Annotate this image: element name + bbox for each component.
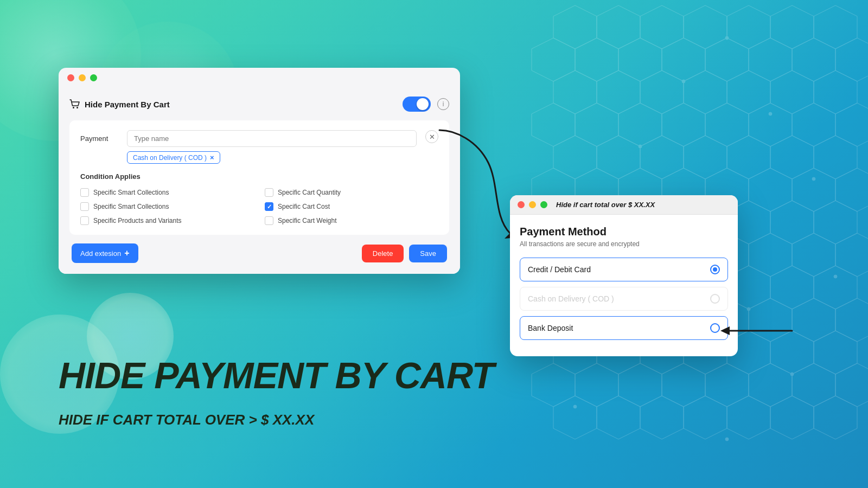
payment-type-input[interactable]: [127, 130, 417, 147]
checkbox-row: Specific Smart Collections: [80, 188, 254, 197]
big-title: HIDE PAYMENT BY CART: [59, 355, 494, 396]
svg-marker-66: [814, 266, 857, 309]
svg-marker-93: [684, 396, 727, 439]
toggle-switch[interactable]: [403, 97, 431, 112]
traffic-light-green[interactable]: [90, 74, 97, 81]
window-title: Hide Payment By Cart: [85, 100, 170, 109]
svg-marker-1: [597, 5, 640, 49]
window-titlebar: [59, 68, 460, 88]
checkbox-cart-weight[interactable]: [265, 216, 273, 225]
svg-marker-26: [705, 103, 749, 146]
svg-marker-0: [553, 5, 597, 49]
plus-icon: +: [124, 248, 129, 258]
radio-credit-card[interactable]: [710, 265, 720, 274]
traffic-light-yellow[interactable]: [79, 74, 86, 81]
svg-marker-87: [749, 363, 792, 407]
form-inner: Payment Cash on Delivery ( COD ) × ✕ Con…: [69, 120, 449, 235]
svg-marker-3: [684, 5, 727, 49]
svg-marker-73: [792, 298, 835, 342]
toggle-thumb: [417, 98, 429, 110]
svg-marker-32: [640, 136, 684, 179]
svg-marker-10: [662, 38, 705, 81]
svg-marker-42: [749, 168, 792, 211]
checkbox-cart-cost[interactable]: [265, 202, 273, 211]
cod-tag: Cash on Delivery ( COD ) ×: [127, 151, 220, 164]
svg-marker-59: [835, 233, 868, 277]
svg-marker-5: [770, 5, 814, 49]
svg-marker-94: [727, 396, 770, 439]
svg-marker-92: [640, 396, 684, 439]
svg-marker-8: [575, 38, 618, 81]
svg-point-98: [725, 36, 729, 40]
payment-titlebar: Hide if cart total over $ XX.XX: [510, 195, 738, 215]
svg-marker-89: [835, 363, 868, 407]
svg-marker-28: [792, 103, 835, 146]
svg-marker-44: [835, 168, 868, 211]
cod-tag-remove[interactable]: ×: [210, 153, 214, 162]
checkbox-row: Specific Smart Collections: [80, 202, 254, 211]
svg-marker-35: [770, 136, 814, 179]
svg-marker-27: [749, 103, 792, 146]
payment-method-subtitle: All transactions are secure and encrypte…: [520, 240, 728, 248]
checkbox-smart-collections-1[interactable]: [80, 188, 89, 197]
close-button[interactable]: ✕: [425, 130, 438, 143]
svg-marker-17: [640, 70, 684, 114]
payment-label: Payment: [80, 130, 118, 143]
delete-button[interactable]: Delete: [362, 245, 404, 262]
svg-marker-96: [814, 396, 857, 439]
svg-marker-81: [814, 331, 857, 374]
svg-marker-58: [792, 233, 835, 277]
svg-marker-21: [814, 70, 857, 114]
checkbox-label-cart-quantity: Specific Cart Quantity: [278, 189, 341, 196]
payment-tl-green[interactable]: [540, 201, 547, 208]
traffic-light-red[interactable]: [67, 74, 74, 81]
svg-point-110: [73, 107, 74, 108]
svg-marker-74: [835, 298, 868, 342]
svg-marker-80: [770, 331, 814, 374]
payment-option-bank[interactable]: Bank Deposit: [520, 316, 728, 340]
payment-option-credit-label: Credit / Debit Card: [528, 265, 591, 274]
svg-marker-82: [532, 363, 575, 407]
window-title-row: Hide Payment By Cart: [69, 99, 170, 109]
checkbox-cart-quantity[interactable]: [265, 188, 273, 197]
big-subtitle: HIDE IF CART TOTAL OVER > $ XX.XX: [59, 412, 314, 428]
svg-marker-91: [597, 396, 640, 439]
svg-point-97: [682, 80, 685, 83]
payment-tl-yellow[interactable]: [529, 201, 536, 208]
svg-point-111: [76, 107, 78, 108]
svg-marker-95: [770, 396, 814, 439]
radio-bank[interactable]: [710, 323, 720, 333]
payment-window-note: Hide if cart total over $ XX.XX: [556, 201, 655, 209]
payment-window: Hide if cart total over $ XX.XX Payment …: [510, 195, 738, 356]
checkbox-row: Specific Cart Quantity: [265, 188, 438, 197]
svg-marker-25: [662, 103, 705, 146]
save-button[interactable]: Save: [409, 245, 447, 262]
svg-marker-12: [749, 38, 792, 81]
svg-marker-30: [553, 136, 597, 179]
svg-marker-88: [792, 363, 835, 407]
svg-marker-36: [814, 136, 857, 179]
svg-marker-57: [749, 233, 792, 277]
svg-marker-20: [770, 70, 814, 114]
checkbox-label-smart-collections-2: Specific Smart Collections: [93, 203, 169, 210]
payment-row: Payment Cash on Delivery ( COD ) × ✕: [80, 130, 438, 164]
svg-marker-50: [770, 201, 814, 244]
checkbox-products-variants[interactable]: [80, 216, 89, 225]
checkbox-smart-collections-2[interactable]: [80, 202, 89, 211]
add-extension-button[interactable]: Add extesion +: [72, 243, 138, 263]
window-content: Hide Payment By Cart i Payment Cash on D…: [59, 88, 460, 274]
svg-marker-16: [597, 70, 640, 114]
svg-marker-83: [575, 363, 618, 407]
svg-marker-14: [835, 38, 868, 81]
payment-tl-red[interactable]: [518, 201, 525, 208]
info-icon[interactable]: i: [437, 98, 449, 110]
add-extension-label: Add extesion: [80, 249, 121, 258]
payment-option-cod[interactable]: Cash on Delivery ( COD ): [520, 287, 728, 311]
payment-option-credit-card[interactable]: Credit / Debit Card: [520, 258, 728, 281]
svg-marker-22: [532, 103, 575, 146]
svg-marker-33: [684, 136, 727, 179]
svg-marker-7: [532, 38, 575, 81]
radio-cod[interactable]: [710, 294, 720, 304]
svg-point-101: [812, 177, 815, 181]
svg-marker-9: [618, 38, 662, 81]
